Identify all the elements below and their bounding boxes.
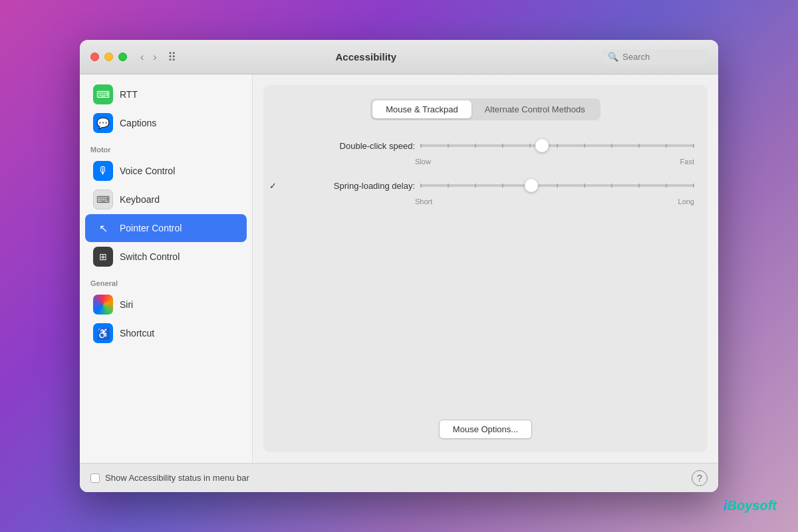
- show-status-checkbox[interactable]: [90, 473, 100, 483]
- help-icon: ?: [697, 473, 702, 483]
- tick: [584, 184, 585, 188]
- sidebar-item-label: Pointer Control: [120, 223, 182, 233]
- sidebar-item-label: RTT: [120, 89, 138, 100]
- rtt-icon: ⌨: [93, 84, 113, 104]
- spring-loading-left: ✓ Spring-loading delay:: [277, 181, 415, 191]
- general-section-label: General: [80, 271, 252, 290]
- siri-icon: [93, 295, 113, 315]
- short-label: Short: [415, 198, 432, 205]
- captions-icon: 💬: [93, 113, 113, 133]
- double-click-speed-left: Double-click speed:: [277, 141, 415, 151]
- search-bar[interactable]: 🔍: [601, 49, 708, 65]
- spring-loading-delay-main: ✓ Spring-loading delay:: [277, 176, 694, 195]
- tick: [611, 144, 612, 148]
- spacer: [277, 198, 415, 205]
- sidebar-item-captions[interactable]: 💬 Captions: [85, 109, 247, 137]
- search-icon: 🔍: [608, 52, 618, 62]
- tick: [557, 184, 558, 188]
- minimize-button[interactable]: [104, 53, 113, 61]
- double-click-speed-main: Double-click speed:: [277, 136, 694, 155]
- tick: [584, 144, 585, 148]
- pointer-control-icon: ↖: [93, 218, 113, 238]
- tick: [502, 184, 503, 188]
- slider-sublabels: Short Long: [277, 198, 694, 205]
- button-row: Mouse Options...: [277, 406, 694, 439]
- double-click-speed-slider[interactable]: [420, 136, 694, 155]
- iboysoft-watermark: iBoysoft: [724, 498, 777, 513]
- tick: [475, 184, 476, 188]
- slider-track: [420, 144, 694, 147]
- spring-loading-slider[interactable]: [420, 176, 694, 195]
- tick: [638, 184, 640, 188]
- tick: [420, 184, 422, 188]
- main-content: ⌨ RTT 💬 Captions Motor 🎙 Voice Control ⌨…: [80, 74, 718, 463]
- tick: [448, 184, 449, 188]
- keyboard-icon: ⌨: [93, 190, 113, 209]
- tick: [638, 144, 640, 148]
- fast-label: Fast: [680, 158, 694, 166]
- tick: [448, 144, 449, 148]
- sidebar-item-voice-control[interactable]: 🎙 Voice Control: [85, 157, 247, 185]
- tick: [666, 144, 667, 148]
- double-click-speed-row: Double-click speed:: [277, 136, 694, 166]
- tick: [475, 144, 476, 148]
- tab-mouse-trackpad[interactable]: Mouse & Trackpad: [372, 100, 471, 118]
- sidebar-item-label: Shortcut: [120, 328, 154, 338]
- detail-pane: Mouse & Trackpad Alternate Control Metho…: [253, 74, 718, 463]
- motor-section-label: Motor: [80, 138, 252, 156]
- slider-sublabels: Slow Fast: [277, 158, 694, 166]
- sidebar-item-label: Captions: [120, 118, 156, 128]
- sidebar-item-keyboard[interactable]: ⌨ Keyboard: [85, 186, 247, 213]
- spring-loading-checkmark: ✓: [269, 181, 277, 191]
- slider-thumb[interactable]: [525, 179, 538, 192]
- tick: [666, 184, 667, 188]
- slow-label: Slow: [415, 158, 431, 166]
- sidebar-item-rtt[interactable]: ⌨ RTT: [85, 80, 247, 108]
- slider-thumb[interactable]: [535, 139, 549, 152]
- slider-end-labels: Slow Fast: [415, 158, 694, 166]
- spring-loading-label: Spring-loading delay:: [282, 181, 415, 191]
- sidebar-item-pointer-control[interactable]: ↖ Pointer Control: [85, 214, 247, 242]
- sidebar-item-shortcut[interactable]: ♿ Shortcut: [85, 319, 247, 347]
- tick: [529, 144, 531, 148]
- sidebar-item-label: Siri: [120, 299, 133, 310]
- sidebar-item-label: Switch Control: [120, 251, 180, 262]
- window-title: Accessibility: [131, 51, 601, 63]
- long-label: Long: [678, 198, 694, 205]
- titlebar: ‹ › ⠿ Accessibility 🔍: [80, 40, 718, 74]
- tick: [557, 144, 558, 148]
- sidebar-item-label: Keyboard: [120, 194, 160, 205]
- tick: [693, 184, 694, 188]
- spacer: [277, 158, 415, 166]
- tab-alternate-control[interactable]: Alternate Control Methods: [471, 100, 598, 118]
- sidebar: ⌨ RTT 💬 Captions Motor 🎙 Voice Control ⌨…: [80, 74, 253, 463]
- bottom-bar: Show Accessibility status in menu bar ?: [80, 463, 718, 492]
- tab-bar: Mouse & Trackpad Alternate Control Metho…: [370, 98, 600, 120]
- show-status-label: Show Accessibility status in menu bar: [105, 473, 692, 483]
- close-button[interactable]: [90, 53, 99, 61]
- help-button[interactable]: ?: [692, 470, 708, 486]
- slider-end-labels: Short Long: [415, 198, 694, 205]
- search-input[interactable]: [622, 52, 702, 62]
- sidebar-item-switch-control[interactable]: ⊞ Switch Control: [85, 243, 247, 271]
- slider-track: [420, 184, 694, 187]
- switch-control-icon: ⊞: [93, 247, 113, 267]
- double-click-speed-label: Double-click speed:: [282, 141, 415, 151]
- spring-loading-delay-row: ✓ Spring-loading delay:: [277, 176, 694, 205]
- tick: [611, 184, 612, 188]
- sidebar-item-siri[interactable]: Siri: [85, 291, 247, 319]
- voice-control-icon: 🎙: [93, 161, 113, 181]
- detail-inner: Mouse & Trackpad Alternate Control Metho…: [263, 85, 708, 452]
- mouse-options-button[interactable]: Mouse Options...: [439, 420, 532, 439]
- slider-ticks: [420, 184, 694, 188]
- maximize-button[interactable]: [118, 53, 127, 61]
- tick: [420, 144, 422, 148]
- tick: [693, 144, 694, 148]
- shortcut-icon: ♿: [93, 323, 113, 343]
- iboysoft-suffix: Boysoft: [728, 498, 777, 513]
- tick: [502, 144, 503, 148]
- traffic-lights: [90, 53, 127, 61]
- sidebar-item-label: Voice Control: [120, 166, 175, 176]
- slider-ticks: [420, 144, 694, 148]
- main-window: ‹ › ⠿ Accessibility 🔍 ⌨ RTT 💬 Captions M…: [80, 40, 718, 492]
